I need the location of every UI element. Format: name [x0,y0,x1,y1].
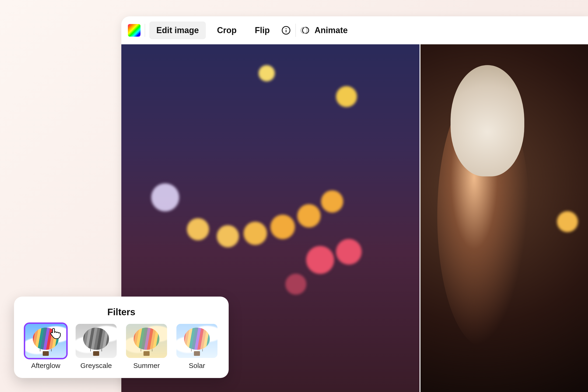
svg-point-2 [286,28,286,29]
edit-image-button[interactable]: Edit image [149,22,206,39]
filters-panel: Filters Afterglow [14,296,229,378]
svg-point-3 [302,27,309,34]
svg-point-4 [301,27,307,34]
filter-label: Solar [189,362,205,370]
animate-label: Animate [314,26,348,35]
filter-label: Summer [133,362,160,370]
info-icon[interactable] [281,25,291,36]
toolbar: Edit image Crop Flip Animate [121,16,588,44]
canvas-image-right[interactable] [420,44,588,392]
filters-row: Afterglow Greyscale [24,324,218,370]
toolbar-divider [145,24,145,37]
animate-button[interactable]: Animate [300,25,348,36]
filter-option-afterglow[interactable]: Afterglow [25,324,66,370]
filter-option-summer[interactable]: Summer [126,324,167,370]
filter-label: Greyscale [80,362,112,370]
toolbar-divider [296,24,296,37]
color-picker-swatch[interactable] [128,24,140,37]
animate-icon [300,25,310,36]
filters-panel-title: Filters [24,307,218,317]
filter-option-solar[interactable]: Solar [176,324,218,370]
filter-option-greyscale[interactable]: Greyscale [76,324,117,370]
filter-label: Afterglow [31,362,60,370]
flip-button[interactable]: Flip [248,22,277,39]
crop-button[interactable]: Crop [210,22,244,39]
